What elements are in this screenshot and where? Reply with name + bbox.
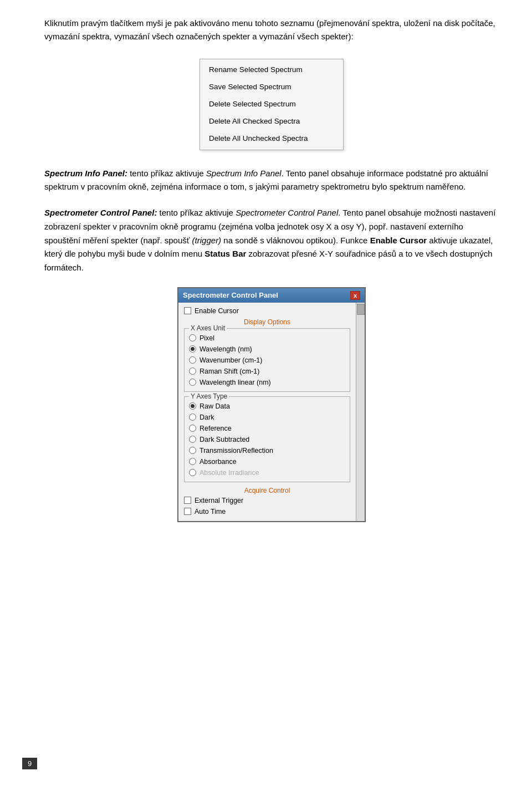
- y-absolute-irradiance-radio[interactable]: [189, 469, 196, 476]
- x-axes-group-title: X Axes Unit: [189, 324, 227, 332]
- auto-time-checkbox[interactable]: [184, 508, 191, 515]
- x-wavenumber-row[interactable]: Wavenumber (cm-1): [189, 356, 345, 364]
- page-footer: 9: [0, 758, 532, 769]
- x-raman-label: Raman Shift (cm-1): [200, 368, 259, 375]
- y-axes-group-title: Y Axes Type: [189, 392, 229, 400]
- y-rawdata-radio-inner: [191, 404, 195, 408]
- enable-cursor-row[interactable]: Enable Cursor: [184, 307, 350, 315]
- y-reference-label: Reference: [200, 425, 232, 432]
- enable-cursor-checkbox[interactable]: [184, 307, 191, 314]
- y-absorbance-row[interactable]: Absorbance: [189, 458, 345, 466]
- x-wavelength-nm-row[interactable]: Wavelength (nm): [189, 345, 345, 353]
- y-absolute-irradiance-label: Absolute Irradiance: [200, 469, 259, 477]
- page-number: 9: [22, 758, 37, 769]
- acquire-control-label: Acquire Control: [184, 487, 350, 494]
- menu-item-delete-selected: Delete Selected Spectrum: [200, 96, 343, 113]
- enable-cursor-label: Enable Cursor: [370, 236, 427, 245]
- y-rawdata-radio[interactable]: [189, 402, 196, 410]
- y-dark-subtracted-label: Dark Subtracted: [200, 436, 249, 443]
- y-reference-row[interactable]: Reference: [189, 425, 345, 432]
- y-dark-label: Dark: [200, 414, 214, 421]
- spectrometer-trigger: (trigger): [192, 236, 222, 245]
- y-transmission-radio[interactable]: [189, 447, 196, 454]
- dialog-titlebar: Spectrometer Control Panel x: [178, 288, 365, 303]
- external-trigger-row[interactable]: External Trigger: [184, 497, 350, 504]
- dialog-scrollable-area: Enable Cursor Display Options X Axes Uni…: [178, 303, 365, 521]
- x-pixel-radio[interactable]: [189, 334, 196, 341]
- intro-text: Kliknutím pravým tlačítkem myši je pak a…: [44, 18, 495, 41]
- x-raman-row[interactable]: Raman Shift (cm-1): [189, 368, 345, 375]
- x-axes-group: X Axes Unit Pixel Wavelength (nm): [184, 328, 350, 392]
- spectrometer-italic: Spectrometer Control Panel: [236, 208, 338, 217]
- dialog-scrollbar[interactable]: [356, 303, 365, 521]
- dialog-wrapper: Spectrometer Control Panel x Enable Curs…: [44, 287, 499, 522]
- x-wavelength-nm-label: Wavelength (nm): [200, 345, 252, 353]
- spectrum-info-section: Spectrum Info Panel: tento příkaz aktivu…: [44, 167, 499, 195]
- x-wavelength-nm-radio-inner: [191, 347, 195, 351]
- intro-paragraph: Kliknutím pravým tlačítkem myši je pak a…: [44, 17, 499, 43]
- enable-cursor-checkbox-label: Enable Cursor: [195, 307, 239, 315]
- y-absorbance-label: Absorbance: [200, 458, 237, 466]
- x-wavenumber-radio[interactable]: [189, 356, 196, 364]
- y-absorbance-radio[interactable]: [189, 458, 196, 465]
- spectrometer-section: Spectrometer Control Panel: tento příkaz…: [44, 206, 499, 275]
- x-wavenumber-label: Wavenumber (cm-1): [200, 356, 262, 364]
- x-wavelength-nm-radio[interactable]: [189, 345, 196, 353]
- menu-item-delete-checked: Delete All Checked Spectra: [200, 113, 343, 130]
- y-transmission-label: Transmission/Reflection: [200, 447, 273, 455]
- spectrometer-label: Spectrometer Control Panel:: [44, 208, 157, 217]
- dialog-close-button[interactable]: x: [350, 291, 360, 300]
- x-wavelength-linear-row[interactable]: Wavelength linear (nm): [189, 379, 345, 386]
- x-pixel-row[interactable]: Pixel: [189, 334, 345, 342]
- external-trigger-label: External Trigger: [195, 497, 243, 504]
- y-dark-radio[interactable]: [189, 414, 196, 421]
- spectrometer-control-dialog: Spectrometer Control Panel x Enable Curs…: [177, 287, 366, 522]
- y-dark-subtracted-radio[interactable]: [189, 436, 196, 443]
- y-rawdata-label: Raw Data: [200, 402, 230, 410]
- y-transmission-row[interactable]: Transmission/Reflection: [189, 447, 345, 455]
- spectrum-info-label: Spectrum Info Panel:: [44, 169, 127, 178]
- y-rawdata-row[interactable]: Raw Data: [189, 402, 345, 410]
- x-wavelength-linear-label: Wavelength linear (nm): [200, 379, 271, 386]
- y-dark-row[interactable]: Dark: [189, 414, 345, 421]
- menu-item-delete-unchecked: Delete All Unchecked Spectra: [200, 130, 343, 147]
- x-raman-radio[interactable]: [189, 368, 196, 375]
- spectrum-info-text1: tento příkaz aktivuje: [127, 169, 206, 178]
- dialog-inner: Enable Cursor Display Options X Axes Uni…: [178, 303, 356, 521]
- spectrum-info-italic: Spectrum Info Panel: [206, 169, 282, 178]
- x-pixel-label: Pixel: [200, 334, 214, 342]
- y-reference-radio[interactable]: [189, 425, 196, 432]
- x-wavelength-linear-radio[interactable]: [189, 379, 196, 386]
- auto-time-row[interactable]: Auto Time: [184, 508, 350, 516]
- spectrometer-text3: na sondě s vláknovou optikou). Funkce: [221, 236, 370, 245]
- auto-time-label: Auto Time: [195, 508, 226, 516]
- dialog-title: Spectrometer Control Panel: [183, 291, 278, 299]
- menu-item-save: Save Selected Spectrum: [200, 79, 343, 96]
- y-axes-group: Y Axes Type Raw Data Dark: [184, 396, 350, 482]
- spectrometer-text1: tento příkaz aktivuje: [157, 208, 236, 217]
- scrollbar-thumb[interactable]: [357, 304, 365, 315]
- context-menu-box: Rename Selected Spectrum Save Selected S…: [200, 59, 344, 150]
- menu-item-rename: Rename Selected Spectrum: [200, 62, 343, 79]
- external-trigger-checkbox[interactable]: [184, 497, 191, 504]
- y-absolute-irradiance-row[interactable]: Absolute Irradiance: [189, 469, 345, 477]
- status-bar-label: Status Bar: [204, 249, 246, 258]
- y-dark-subtracted-row[interactable]: Dark Subtracted: [189, 436, 345, 443]
